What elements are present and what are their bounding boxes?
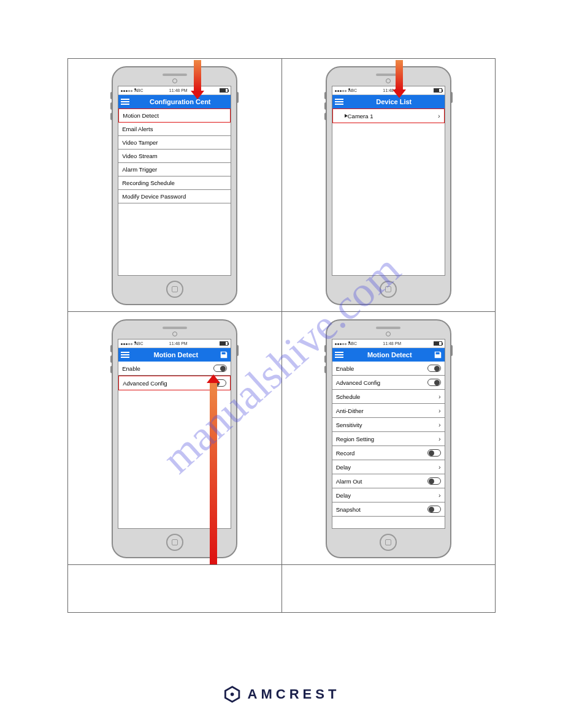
save-icon[interactable]	[434, 351, 442, 359]
phone-mockup-2: ABC 11:48 PM Device List Camera 1 ›	[326, 66, 451, 305]
list-item[interactable]: Alarm Trigger	[118, 163, 231, 176]
toggle-switch[interactable]	[427, 449, 441, 457]
status-bar: ABC 11:48 PM	[332, 86, 445, 95]
app-bar: Motion Detect	[118, 348, 231, 362]
hamburger-icon[interactable]	[121, 352, 129, 358]
list-item[interactable]: Schedule›	[332, 390, 445, 404]
list-item-label: Record	[336, 450, 355, 457]
list-item[interactable]: Email Alerts	[118, 123, 231, 136]
carrier-label: ABC	[134, 88, 136, 90]
brand-text: AMCREST	[248, 686, 340, 702]
toggle-switch[interactable]	[427, 379, 441, 386]
battery-icon	[434, 341, 442, 346]
screen-config-center: ABC 11:48 PM Configuration Cent Motion D…	[118, 86, 231, 276]
home-button[interactable]	[166, 534, 183, 551]
list-item[interactable]: Sensitivity›	[332, 418, 445, 432]
amcrest-hex-icon	[223, 685, 242, 703]
chevron-right-icon: ›	[439, 407, 441, 414]
list-item-label: Enable	[336, 365, 354, 372]
list-item[interactable]: Region Setting›	[332, 432, 445, 446]
red-arrow-up-icon	[210, 382, 217, 564]
list-item[interactable]: Recording Schedule	[118, 176, 231, 190]
list-item[interactable]: Video Stream	[118, 150, 231, 163]
list-item[interactable]: Enable	[332, 362, 445, 376]
phone-mockup-1: ABC 11:48 PM Configuration Cent Motion D…	[112, 66, 237, 305]
battery-icon	[220, 341, 228, 346]
list-item[interactable]: Record	[332, 446, 445, 460]
toggle-switch[interactable]	[213, 365, 227, 372]
camera-icon	[337, 113, 345, 119]
app-bar: Device List	[332, 95, 445, 108]
list-item-label: Recording Schedule	[122, 180, 175, 186]
hamburger-icon[interactable]	[121, 99, 129, 105]
chevron-right-icon: ›	[439, 463, 441, 471]
list-item[interactable]: Delay›	[332, 488, 445, 502]
page-title: Motion Detect	[346, 351, 434, 358]
brand-logo: AMCREST	[223, 685, 340, 703]
list-item-label: Advanced Config	[336, 379, 380, 386]
list-item-label: Video Stream	[122, 153, 157, 159]
list-item-label: Sensitivity	[336, 422, 362, 428]
status-bar: ABC 11:48 PM	[332, 339, 445, 348]
list-item-label: Anti-Dither	[336, 408, 364, 414]
screen-motion-detect-expanded: ABC 11:48 PM Motion Detect EnableAdvance…	[332, 339, 445, 529]
list-item-label: Snapshot	[336, 506, 361, 513]
status-time: 11:48 PM	[169, 88, 188, 93]
list-item[interactable]: Video Tamper	[118, 136, 231, 150]
home-button[interactable]	[380, 281, 397, 298]
svg-point-0	[231, 692, 234, 696]
list-item-label: Alarm Trigger	[122, 166, 157, 173]
app-bar: Motion Detect	[332, 348, 445, 362]
list-item[interactable]: Modify Device Password	[118, 190, 231, 203]
list-item[interactable]: Delay›	[332, 460, 445, 474]
list-item-label: Email Alerts	[122, 126, 153, 132]
carrier-label: ABC	[348, 341, 350, 343]
battery-icon	[220, 88, 228, 93]
save-icon[interactable]	[220, 351, 228, 359]
figure-grid: ABC 11:48 PM Configuration Cent Motion D…	[67, 58, 496, 613]
home-button[interactable]	[380, 534, 397, 551]
red-arrow-down-icon	[194, 60, 201, 92]
list-item-label: Advanced Config	[123, 380, 167, 387]
chevron-right-icon: ›	[439, 435, 441, 442]
list-item-label: Schedule	[336, 393, 361, 400]
chevron-right-icon: ›	[439, 393, 441, 400]
list-item-label: Video Tamper	[122, 139, 158, 146]
list-item-label: Region Setting	[336, 436, 374, 442]
phone-mockup-3: ABC 11:48 PM Motion Detect Enable Advanc…	[112, 319, 237, 558]
toggle-switch[interactable]	[427, 506, 441, 513]
list-item[interactable]: Snapshot	[332, 502, 445, 517]
list-item-label: Modify Device Password	[122, 193, 186, 200]
list-item[interactable]: Enable	[118, 362, 231, 376]
phone-mockup-4: ABC 11:48 PM Motion Detect EnableAdvance…	[326, 319, 451, 558]
screen-device-list: ABC 11:48 PM Device List Camera 1 ›	[332, 86, 445, 276]
list-item-label: Motion Detect	[123, 112, 159, 119]
list-item-label: Delay	[336, 492, 351, 499]
hamburger-icon[interactable]	[335, 99, 343, 105]
list-item-label: Delay	[336, 464, 351, 471]
page-title: Device List	[346, 98, 442, 105]
home-button[interactable]	[166, 281, 183, 298]
carrier-label: ABC	[348, 88, 350, 90]
list-item-label: Camera 1	[348, 113, 373, 119]
page-title: Motion Detect	[132, 351, 220, 358]
hamburger-icon[interactable]	[335, 352, 343, 358]
list-item-label: Enable	[122, 365, 140, 372]
app-bar: Configuration Cent	[118, 95, 231, 108]
carrier-label: ABC	[134, 341, 136, 343]
list-item-label: Alarm Out	[336, 478, 362, 485]
toggle-switch[interactable]	[427, 477, 441, 485]
chevron-right-icon: ›	[439, 421, 441, 428]
list-item[interactable]: Motion Detect	[118, 108, 231, 123]
status-bar: ABC 11:48 PM	[118, 86, 231, 95]
status-bar: ABC 11:48 PM	[118, 339, 231, 348]
toggle-switch[interactable]	[427, 365, 441, 372]
list-item[interactable]: Alarm Out	[332, 474, 445, 488]
list-item[interactable]: Advanced Config	[332, 376, 445, 390]
battery-icon	[434, 88, 442, 93]
status-time: 11:48 PM	[169, 341, 188, 346]
page-title: Configuration Cent	[132, 98, 228, 105]
list-item[interactable]: Anti-Dither›	[332, 404, 445, 418]
list-item[interactable]: Camera 1 ›	[332, 108, 445, 123]
chevron-right-icon: ›	[439, 491, 441, 499]
